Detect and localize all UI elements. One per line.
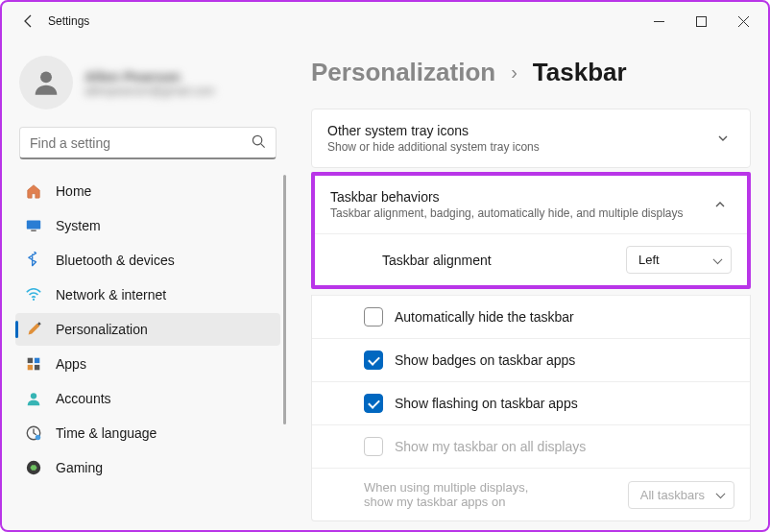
svg-line-4	[261, 143, 265, 147]
search-icon	[252, 134, 266, 152]
behaviors-header[interactable]: Taskbar behaviors Taskbar alignment, bad…	[315, 176, 747, 233]
nav-personalization[interactable]: Personalization	[15, 313, 280, 346]
nav-accounts[interactable]: Accounts	[15, 382, 280, 415]
alignment-row: Taskbar alignment Left	[315, 233, 747, 285]
tray-sub: Show or hide additional system tray icon…	[327, 140, 711, 154]
gaming-icon	[25, 459, 42, 476]
multidisplay-row: When using multiple displays, show my ta…	[312, 468, 750, 520]
svg-rect-12	[35, 365, 39, 370]
user-profile[interactable]: Allen Pearson allenpearson@gmail.com	[15, 52, 280, 123]
apps-icon	[25, 355, 42, 373]
breadcrumb-current: Taskbar	[533, 58, 627, 87]
nav-system[interactable]: System	[15, 209, 280, 242]
svg-rect-6	[31, 230, 36, 231]
highlighted-section: Taskbar behaviors Taskbar alignment, bad…	[311, 172, 751, 289]
badges-row[interactable]: Show badges on taskbar apps	[312, 338, 750, 381]
main-content: Personalization › Taskbar Other system t…	[290, 40, 768, 530]
tray-icons-card[interactable]: Other system tray icons Show or hide add…	[311, 109, 751, 168]
nav-label: Personalization	[56, 322, 148, 337]
breadcrumb: Personalization › Taskbar	[311, 58, 751, 87]
flashing-checkbox[interactable]	[364, 394, 383, 413]
back-button[interactable]	[13, 6, 44, 36]
svg-point-7	[33, 299, 35, 301]
user-email: allenpearson@gmail.com	[84, 85, 215, 98]
nav-label: Gaming	[56, 460, 103, 475]
badges-label: Show badges on taskbar apps	[395, 352, 734, 368]
chevron-up-icon	[709, 193, 732, 216]
settings-window: Settings Allen Pearson allenpearson@gmai…	[0, 0, 770, 532]
user-name: Allen Pearson	[84, 68, 215, 85]
nav-label: Network & internet	[56, 287, 166, 302]
home-icon	[25, 182, 42, 200]
search-input[interactable]	[30, 135, 252, 151]
nav-label: Apps	[56, 356, 86, 372]
svg-point-13	[31, 393, 36, 399]
nav-label: Bluetooth & devices	[56, 253, 175, 268]
svg-rect-9	[28, 358, 33, 363]
autohide-label: Automatically hide the taskbar	[395, 309, 734, 325]
accounts-icon	[25, 390, 42, 407]
search-box[interactable]	[19, 127, 277, 159]
behaviors-title: Taskbar behaviors	[330, 189, 709, 205]
nav-label: Time & language	[56, 425, 156, 441]
close-button[interactable]	[722, 6, 764, 36]
nav-home[interactable]: Home	[15, 175, 280, 207]
svg-point-15	[36, 435, 40, 440]
nav-list: Home System Bluetooth & devices Network …	[15, 175, 280, 484]
alignment-label: Taskbar alignment	[382, 253, 614, 268]
time-icon	[25, 424, 42, 442]
svg-rect-5	[27, 221, 40, 230]
multi-line1: When using multiple displays,	[364, 480, 613, 495]
autohide-checkbox[interactable]	[364, 307, 383, 326]
svg-point-2	[40, 71, 52, 83]
svg-rect-1	[696, 16, 706, 26]
nav-gaming[interactable]: Gaming	[15, 451, 280, 484]
window-controls	[638, 6, 764, 36]
nav-time[interactable]: Time & language	[15, 417, 280, 449]
scrollbar[interactable]	[283, 175, 286, 424]
chevron-right-icon: ›	[511, 61, 517, 84]
nav-apps[interactable]: Apps	[15, 348, 280, 380]
flashing-label: Show flashing on taskbar apps	[395, 396, 734, 411]
window-title: Settings	[48, 14, 638, 28]
alldisplays-row: Show my taskbar on all displays	[312, 424, 750, 468]
tray-title: Other system tray icons	[327, 123, 711, 138]
network-icon	[25, 286, 42, 303]
alldisplays-label: Show my taskbar on all displays	[395, 439, 734, 454]
svg-rect-11	[28, 365, 33, 370]
svg-rect-10	[35, 358, 39, 363]
sidebar: Allen Pearson allenpearson@gmail.com Hom…	[2, 40, 290, 530]
breadcrumb-parent[interactable]: Personalization	[311, 58, 495, 87]
avatar	[19, 56, 73, 109]
multi-line2: show my taskbar apps on	[364, 495, 613, 509]
flashing-row[interactable]: Show flashing on taskbar apps	[312, 381, 750, 424]
alignment-select[interactable]: Left	[626, 246, 732, 274]
personalization-icon	[25, 321, 42, 338]
autohide-row[interactable]: Automatically hide the taskbar	[312, 295, 750, 338]
alldisplays-checkbox	[364, 437, 383, 456]
nav-label: System	[56, 218, 101, 233]
titlebar: Settings	[2, 2, 768, 40]
bluetooth-icon	[25, 252, 42, 269]
nav-label: Accounts	[56, 391, 111, 406]
behaviors-sub: Taskbar alignment, badging, automaticall…	[330, 206, 709, 220]
minimize-button[interactable]	[638, 6, 680, 36]
nav-network[interactable]: Network & internet	[15, 278, 280, 311]
badges-checkbox[interactable]	[364, 351, 383, 370]
nav-bluetooth[interactable]: Bluetooth & devices	[15, 244, 280, 277]
svg-point-3	[253, 135, 261, 144]
system-icon	[25, 217, 42, 234]
maximize-button[interactable]	[680, 6, 722, 36]
multidisplay-select: All taskbars	[628, 481, 734, 509]
nav-label: Home	[56, 183, 91, 199]
chevron-down-icon	[711, 127, 734, 150]
